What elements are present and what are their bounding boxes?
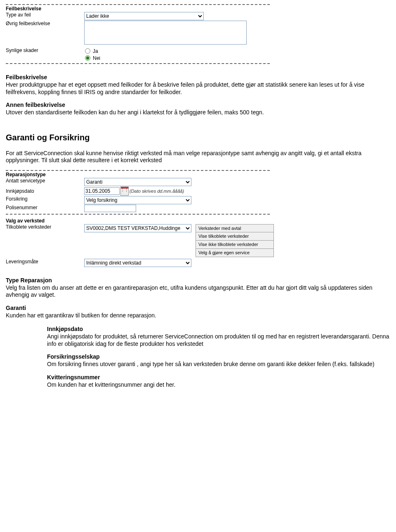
- antatt-servicetype-label: Antatt servicetype: [6, 178, 84, 184]
- vise-ikke-tilkoblete-button[interactable]: Vise ikke tilkoblete verksteder: [196, 241, 274, 249]
- polisenummer-label: Polisenummer: [6, 205, 84, 210]
- doc-text-type-reparasjon: Velg fra listen om du anser att dette er…: [6, 284, 390, 299]
- sub-text-forsikringsselskap: Om forsikring finnes utover garanti , an…: [47, 361, 390, 368]
- synlige-skader-ja-radio[interactable]: [85, 48, 90, 54]
- type-av-feil-label: Type av feil: [6, 12, 84, 18]
- radio-ja-label: Ja: [93, 48, 98, 54]
- reparasjonstype-section: Reparasjonstype Antatt servicetype Garan…: [6, 170, 270, 215]
- reparasjonstype-legend: Reparasjonstype: [6, 172, 270, 177]
- sub-text-kvitteringsnummer: Om kunden har et kvitteringsnummer angi …: [47, 381, 390, 389]
- sub-heading-innkjopsdato: Innkjøpsdato: [47, 326, 390, 332]
- innkjopsdato-hint: (Dato skrives dd.mm.åååå): [130, 189, 184, 194]
- tilkoblete-verksteder-label: Tilkoblete verksteder: [6, 224, 84, 230]
- tilkoblete-verksteder-select[interactable]: SV0002,DMS TEST VERKSTAD,Huddinge: [84, 224, 191, 232]
- doc-heading-feilbeskrivelse: Feilbeskrivelse: [6, 74, 390, 80]
- valg-verksted-legend: Valg av verksted: [6, 218, 390, 224]
- forsikring-label: Forsikring: [6, 196, 84, 202]
- synlige-skader-label: Synlige skader: [6, 47, 84, 53]
- doc-heading-garanti: Garanti: [6, 305, 390, 311]
- leveringsmate-label: Leveringsmåte: [6, 259, 84, 265]
- velg-egen-service-button[interactable]: Velg å gjøre egen service: [196, 249, 274, 257]
- feilbeskrivelse-section: Feilbeskrivelse Type av feil Lader ikke …: [6, 4, 270, 64]
- ovrig-feilbeskrivelse-label: Øvrig feilbeskrivelse: [6, 21, 84, 26]
- doc-text-garanti: Kunden har ett garantikrav til butiken f…: [6, 312, 390, 319]
- ovrig-feilbeskrivelse-textarea[interactable]: [84, 21, 247, 45]
- feilbeskrivelse-legend: Feilbeskrivelse: [6, 6, 270, 12]
- doc-text-intro: For att ServiceConnection skal kunne hen…: [6, 150, 390, 164]
- doc-heading-garanti-forsikring: Garanti og Forsikring: [6, 133, 390, 142]
- radio-nei-label: Nei: [93, 55, 100, 61]
- calendar-icon[interactable]: ⋮⋮: [120, 187, 129, 196]
- forsikring-select[interactable]: Velg forsikring: [84, 196, 191, 204]
- verksteder-med-avtal-button[interactable]: Verksteder med avtal: [196, 224, 274, 232]
- vise-tilkoblete-button[interactable]: Vise tilkoblete verksteder: [196, 232, 274, 241]
- doc-heading-annen: Annen feilbeskrivelse: [6, 102, 390, 108]
- leveringsmate-select[interactable]: Inlämning direkt verkstad: [84, 259, 191, 267]
- innkjopsdato-input[interactable]: [84, 187, 120, 195]
- valg-verksted-section: Valg av verksted Tilkoblete verksteder S…: [6, 218, 390, 267]
- sub-heading-kvitteringsnummer: Kvitteringsnummer: [47, 374, 390, 381]
- sub-heading-forsikringsselskap: Forsikringsselskap: [47, 353, 390, 360]
- polisenummer-input[interactable]: [84, 205, 136, 212]
- doc-text-feilbeskrivelse: Hver produktgruppe har et eget oppsett m…: [6, 81, 390, 96]
- doc-text-annen: Utover den standardiserte feilkoden kan …: [6, 109, 390, 116]
- doc-heading-type-reparasjon: Type Reparasjon: [6, 277, 390, 284]
- synlige-skader-nei-radio[interactable]: [85, 55, 90, 61]
- innkjopsdato-label: Innkjøpsdato: [6, 188, 84, 194]
- sub-text-innkjopsdato: Angi innkjøpsdato for produktet, så retu…: [47, 333, 390, 348]
- type-av-feil-select[interactable]: Lader ikke: [84, 12, 204, 20]
- antatt-servicetype-select[interactable]: Garanti: [84, 178, 191, 186]
